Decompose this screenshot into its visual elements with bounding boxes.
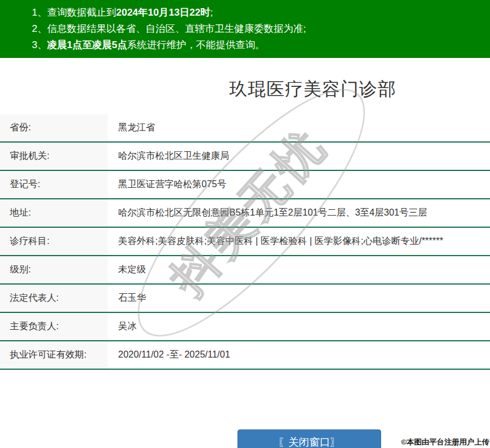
notice-line: 3、凌晨1点至凌晨5点系统进行维护，不能提供查询。 bbox=[32, 37, 490, 53]
clinic-title: 玖琨医疗美容门诊部 bbox=[0, 58, 490, 114]
table-row: 地址:哈尔滨市松北区无限创意园B5栋1单元1至2层101号二层、3至4层301号… bbox=[0, 199, 490, 228]
row-value: 哈尔滨市松北区卫生健康局 bbox=[108, 143, 229, 170]
notice-number: 1、 bbox=[32, 7, 47, 18]
content-area: 玖琨医疗美容门诊部 省份:黑龙江省审批机关:哈尔滨市松北区卫生健康局登记号:黑卫… bbox=[0, 58, 490, 370]
row-value: 美容外科;美容皮肤科;美容中医科 | 医学检验科 | 医学影像科;心电诊断专业/… bbox=[108, 228, 443, 255]
table-row: 审批机关:哈尔滨市松北区卫生健康局 bbox=[0, 143, 490, 171]
row-label: 审批机关: bbox=[0, 143, 108, 170]
table-row: 登记号:黑卫医证营字哈松第075号 bbox=[0, 171, 490, 199]
row-label: 级别: bbox=[0, 256, 108, 283]
row-value: 石玉华 bbox=[108, 285, 146, 312]
notice-line: 1、查询数据截止到2024年10月13日22时; bbox=[32, 5, 490, 21]
table-row: 省份:黑龙江省 bbox=[0, 114, 490, 143]
info-table: 省份:黑龙江省审批机关:哈尔滨市松北区卫生健康局登记号:黑卫医证营字哈松第075… bbox=[0, 114, 490, 370]
upload-stamp-watermark: ©本图由平台注册用户上传 bbox=[401, 437, 489, 447]
notice-text: 查询数据截止到 bbox=[47, 7, 116, 18]
row-label: 诊疗科目: bbox=[0, 228, 108, 255]
row-value: 黑龙江省 bbox=[108, 114, 155, 141]
row-value: 未定级 bbox=[108, 256, 146, 283]
notice-text: 凌晨1点至凌晨5点 bbox=[47, 39, 127, 50]
table-row: 主要负责人:吴冰 bbox=[0, 313, 490, 341]
notice-text: ; bbox=[210, 7, 213, 18]
row-label: 执业许可证有效期: bbox=[0, 341, 108, 369]
notice-text: 信息数据结果以各省、自治区、直辖市卫生健康委数据为准; bbox=[47, 23, 306, 34]
notice-number: 3、 bbox=[32, 39, 47, 50]
table-row: 诊疗科目:美容外科;美容皮肤科;美容中医科 | 医学检验科 | 医学影像科;心电… bbox=[0, 228, 490, 256]
notice-text: 2024年10月13日22时 bbox=[116, 7, 210, 18]
query-result-page: 1、查询数据截止到2024年10月13日22时;2、信息数据结果以各省、自治区、… bbox=[0, 0, 490, 448]
notice-number: 2、 bbox=[32, 23, 47, 34]
notice-list: 1、查询数据截止到2024年10月13日22时;2、信息数据结果以各省、自治区、… bbox=[32, 5, 490, 53]
row-label: 登记号: bbox=[0, 171, 108, 198]
row-value: 吴冰 bbox=[108, 313, 137, 340]
row-label: 省份: bbox=[0, 114, 108, 141]
close-window-button[interactable]: 〖关闭窗口〗 bbox=[237, 429, 381, 448]
row-label: 地址: bbox=[0, 199, 108, 227]
table-row: 法定代表人:石玉华 bbox=[0, 285, 490, 313]
row-value: 黑卫医证营字哈松第075号 bbox=[108, 171, 226, 198]
row-value: 2020/11/02 -至- 2025/11/01 bbox=[108, 341, 230, 369]
notice-text: 系统进行维护，不能提供查询。 bbox=[127, 39, 265, 50]
row-value: 哈尔滨市松北区无限创意园B5栋1单元1至2层101号二层、3至4层301号三层 bbox=[108, 199, 427, 227]
table-row: 执业许可证有效期:2020/11/02 -至- 2025/11/01 bbox=[0, 341, 490, 370]
notice-line: 2、信息数据结果以各省、自治区、直辖市卫生健康委数据为准; bbox=[32, 21, 490, 37]
notice-banner: 1、查询数据截止到2024年10月13日22时;2、信息数据结果以各省、自治区、… bbox=[0, 0, 490, 58]
table-row: 级别:未定级 bbox=[0, 256, 490, 285]
row-label: 法定代表人: bbox=[0, 285, 108, 312]
row-label: 主要负责人: bbox=[0, 313, 108, 340]
